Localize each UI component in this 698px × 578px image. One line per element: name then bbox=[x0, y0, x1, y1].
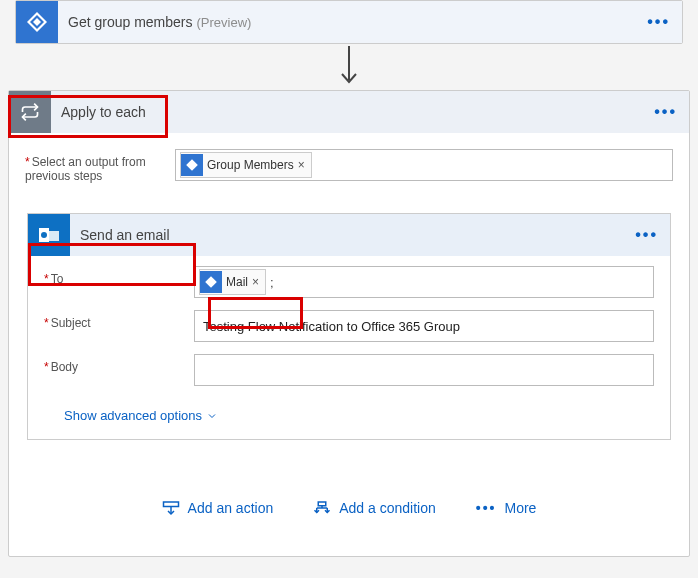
apply-step-header[interactable]: Apply to each ••• bbox=[9, 91, 689, 133]
show-advanced-link[interactable]: Show advanced options bbox=[64, 408, 218, 423]
to-suffix: ; bbox=[270, 275, 274, 290]
body-label: *Body bbox=[44, 354, 194, 374]
more-icon: ••• bbox=[476, 500, 497, 516]
azure-ad-icon bbox=[16, 1, 58, 43]
svg-rect-9 bbox=[163, 502, 178, 507]
remove-token-button[interactable]: × bbox=[294, 158, 309, 172]
add-condition-icon bbox=[313, 500, 331, 516]
add-action-button[interactable]: Add an action bbox=[162, 500, 274, 516]
apply-menu-button[interactable]: ••• bbox=[654, 103, 677, 121]
chevron-down-icon bbox=[206, 410, 218, 422]
email-step-header[interactable]: Send an email ••• bbox=[28, 214, 670, 256]
subject-label: *Subject bbox=[44, 310, 194, 330]
azure-ad-icon bbox=[181, 154, 203, 176]
select-output-field[interactable]: Group Members × bbox=[175, 149, 673, 181]
svg-rect-11 bbox=[318, 502, 326, 506]
connector-arrow bbox=[0, 44, 698, 90]
body-input[interactable] bbox=[194, 354, 654, 386]
get-group-members-step: Get group members (Preview) ••• bbox=[15, 0, 683, 44]
token-label: Group Members bbox=[207, 158, 294, 172]
azure-ad-icon bbox=[200, 271, 222, 293]
token-group-members[interactable]: Group Members × bbox=[180, 152, 312, 178]
apply-to-each-step: Apply to each ••• *Select an output from… bbox=[8, 90, 690, 557]
svg-marker-4 bbox=[186, 159, 198, 171]
to-label: *To bbox=[44, 266, 194, 286]
add-condition-button[interactable]: Add a condition bbox=[313, 500, 436, 516]
token-label: Mail bbox=[226, 275, 248, 289]
subject-input[interactable] bbox=[194, 310, 654, 342]
preview-label: (Preview) bbox=[197, 15, 252, 30]
step-menu-button[interactable]: ••• bbox=[647, 13, 670, 31]
more-button[interactable]: ••• More bbox=[476, 500, 537, 516]
outlook-icon bbox=[28, 214, 70, 256]
step-title-text: Get group members bbox=[68, 14, 193, 30]
apply-title-text: Apply to each bbox=[61, 104, 146, 120]
select-output-label: *Select an output from previous steps bbox=[25, 149, 175, 183]
add-action-icon bbox=[162, 500, 180, 516]
svg-marker-8 bbox=[205, 276, 217, 288]
remove-token-button[interactable]: × bbox=[248, 275, 263, 289]
loop-icon bbox=[9, 91, 51, 133]
step-header[interactable]: Get group members (Preview) ••• bbox=[16, 1, 682, 43]
token-mail[interactable]: Mail × bbox=[199, 269, 266, 295]
email-menu-button[interactable]: ••• bbox=[635, 226, 658, 244]
svg-rect-6 bbox=[49, 231, 59, 241]
to-field[interactable]: Mail × ; bbox=[194, 266, 654, 298]
send-email-step: Send an email ••• *To Mail × ; bbox=[27, 213, 671, 440]
email-title-text: Send an email bbox=[80, 227, 170, 243]
svg-point-7 bbox=[41, 232, 47, 238]
